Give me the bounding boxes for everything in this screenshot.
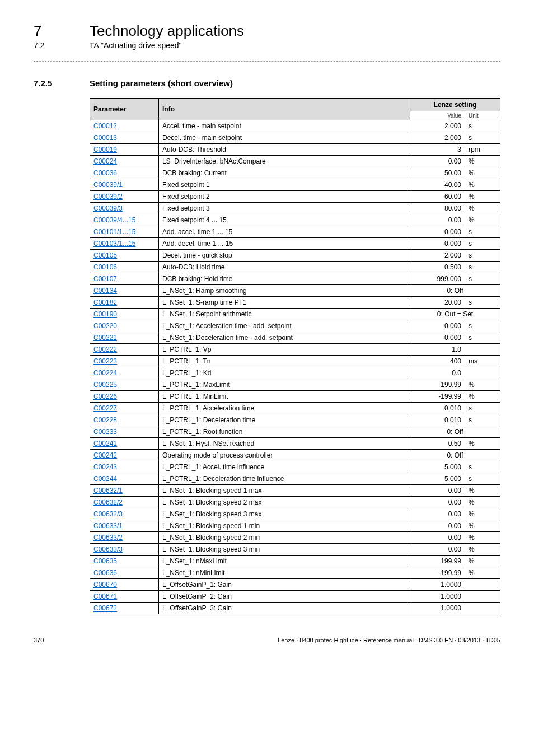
info-cell: Add. decel. time 1 ... 15 [159,238,410,250]
value-cell: 20.00 [410,297,465,309]
info-cell: L_PCTRL_1: Vp [159,344,410,356]
parameter-link[interactable]: C00633/2 [90,532,159,544]
value-cell: 0.50 [410,438,465,450]
parameter-link[interactable]: C00633/3 [90,544,159,556]
table-row: C00107DCB braking: Hold time999.000s [90,273,500,285]
parameter-link[interactable]: C00012 [90,120,159,132]
info-cell: L_OffsetGainP_3: Gain [159,603,410,614]
parameter-link[interactable]: C00105 [90,250,159,262]
info-cell: L_NSet_1: S-ramp time PT1 [159,297,410,309]
parameter-link[interactable]: C00224 [90,367,159,379]
parameter-link[interactable]: C00225 [90,379,159,391]
header-lenze-setting: Lenze setting [410,99,500,111]
parameter-link[interactable]: C00227 [90,403,159,414]
header-info: Info [159,99,410,120]
parameter-link[interactable]: C00228 [90,414,159,426]
info-cell: Accel. time - main setpoint [159,120,410,132]
value-cell: 2.000 [410,132,465,144]
table-row: C00633/3L_NSet_1: Blocking speed 3 min0.… [90,544,500,556]
parameter-link[interactable]: C00233 [90,426,159,438]
unit-cell: % [465,156,500,167]
unit-cell: s [465,273,500,285]
table-row: C00036DCB braking: Current50.00% [90,167,500,179]
parameter-link[interactable]: C00226 [90,391,159,403]
subheader-unit: Unit [465,111,500,120]
parameter-link[interactable]: C00221 [90,332,159,344]
unit-cell: % [465,508,500,520]
parameter-link[interactable]: C00039/4...15 [90,214,159,226]
divider [34,61,500,62]
parameter-link[interactable]: C00019 [90,144,159,156]
footer-reference: Lenze · 8400 protec HighLine · Reference… [278,637,500,643]
parameter-link[interactable]: C00039/2 [90,191,159,203]
info-cell: L_PCTRL_1: Root function [159,426,410,438]
table-row: C00039/2Fixed setpoint 260.00% [90,191,500,203]
value-cell: 0.500 [410,262,465,273]
parameter-link[interactable]: C00242 [90,450,159,461]
parameter-link[interactable]: C00103/1...15 [90,238,159,250]
value-cell: 1.0 [410,344,465,356]
parameter-link[interactable]: C00190 [90,309,159,320]
unit-cell: % [465,191,500,203]
table-row: C00243L_PCTRL_1: Accel. time influence5.… [90,461,500,473]
parameter-link[interactable]: C00632/2 [90,497,159,508]
parameter-link[interactable]: C00107 [90,273,159,285]
table-row: C00024LS_DriveInterface: bNActCompare0.0… [90,156,500,167]
value-cell: 5.000 [410,461,465,473]
table-row: C00233L_PCTRL_1: Root function0: Off [90,426,500,438]
parameter-link[interactable]: C00243 [90,461,159,473]
info-cell: L_NSet_1: Setpoint arithmetic [159,309,410,320]
table-row: C00633/2L_NSet_1: Blocking speed 2 min0.… [90,532,500,544]
parameter-link[interactable]: C00106 [90,262,159,273]
parameter-link[interactable]: C00223 [90,356,159,367]
parameter-link[interactable]: C00182 [90,297,159,309]
table-row: C00672L_OffsetGainP_3: Gain1.0000 [90,603,500,614]
table-row: C00635L_NSet_1: nMaxLimit199.99% [90,556,500,567]
value-cell: -199.99 [410,567,465,579]
parameter-link[interactable]: C00244 [90,473,159,485]
unit-cell: s [465,461,500,473]
parameter-link[interactable]: C00039/1 [90,179,159,191]
unit-cell: s [465,414,500,426]
parameter-link[interactable]: C00222 [90,344,159,356]
parameter-link[interactable]: C00039/3 [90,203,159,214]
value-cell: 2.000 [410,250,465,262]
table-row: C00101/1...15Add. accel. time 1 ... 150.… [90,226,500,238]
table-row: C00244L_PCTRL_1: Deceleration time influ… [90,473,500,485]
value-span-cell: 0: Out = Set [410,309,500,320]
section-number: 7.2.5 [34,78,90,88]
parameter-link[interactable]: C00636 [90,567,159,579]
unit-cell: s [465,262,500,273]
table-row: C00019Auto-DCB: Threshold3rpm [90,144,500,156]
parameter-link[interactable]: C00670 [90,579,159,591]
parameter-link[interactable]: C00013 [90,132,159,144]
value-cell: 80.00 [410,203,465,214]
parameter-link[interactable]: C00671 [90,591,159,603]
table-row: C00224L_PCTRL_1: Kd0.0 [90,367,500,379]
value-cell: 50.00 [410,167,465,179]
parameter-link[interactable]: C00220 [90,320,159,332]
parameter-link[interactable]: C00632/1 [90,485,159,497]
value-cell: 0.00 [410,544,465,556]
info-cell: DCB braking: Hold time [159,273,410,285]
unit-cell: % [465,179,500,191]
table-row: C00013Decel. time - main setpoint2.000s [90,132,500,144]
info-cell: L_NSet_1: Blocking speed 3 max [159,508,410,520]
page-number: 370 [34,637,44,643]
parameter-link[interactable]: C00241 [90,438,159,450]
parameter-link[interactable]: C00134 [90,285,159,297]
unit-cell: s [465,403,500,414]
table-row: C00222L_PCTRL_1: Vp1.0 [90,344,500,356]
info-cell: Auto-DCB: Threshold [159,144,410,156]
parameter-link[interactable]: C00633/1 [90,520,159,532]
parameter-link[interactable]: C00672 [90,603,159,614]
value-cell: 0.010 [410,414,465,426]
unit-cell: % [465,438,500,450]
parameter-link[interactable]: C00036 [90,167,159,179]
info-cell: Decel. time - main setpoint [159,132,410,144]
parameter-link[interactable]: C00024 [90,156,159,167]
parameter-link[interactable]: C00101/1...15 [90,226,159,238]
unit-cell: % [465,497,500,508]
parameter-link[interactable]: C00632/3 [90,508,159,520]
parameter-link[interactable]: C00635 [90,556,159,567]
